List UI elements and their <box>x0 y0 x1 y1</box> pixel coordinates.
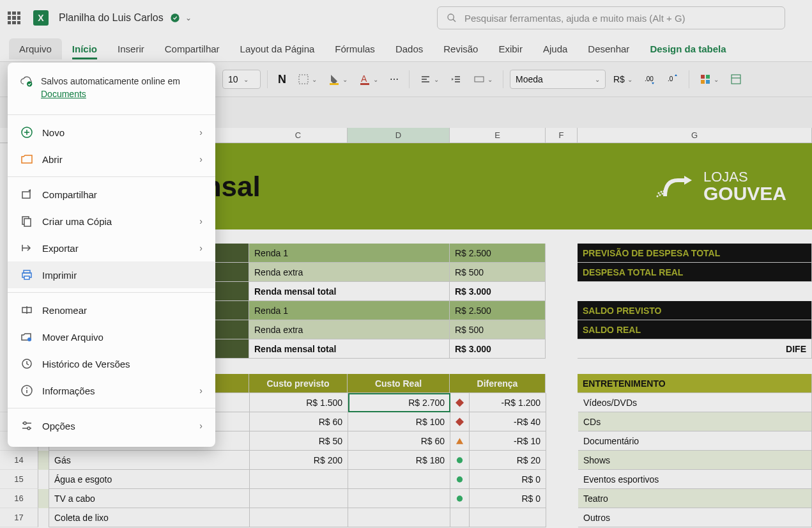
cell[interactable]: R$ 1.500 <box>250 393 348 412</box>
cell[interactable]: R$ 20 <box>470 451 546 470</box>
cell[interactable]: PREVISÃO DE DESPESA TOTAL <box>578 244 812 263</box>
currency-button[interactable]: R$⌄ <box>609 69 636 89</box>
menu-compartilhar[interactable]: Compartilhar <box>8 181 215 208</box>
documents-link[interactable]: Documents <box>41 89 86 99</box>
border-button[interactable]: ⌄ <box>294 69 321 89</box>
cell[interactable]: R$ 0 <box>470 489 546 508</box>
tab-compartilhar[interactable]: Compartilhar <box>155 38 230 59</box>
cell[interactable]: R$ 2.700 <box>348 393 450 412</box>
indicator-cell[interactable] <box>450 508 470 527</box>
cell[interactable] <box>250 508 348 527</box>
cell[interactable]: -R$ 10 <box>470 431 546 451</box>
tab-ajuda[interactable]: Ajuda <box>533 38 578 59</box>
cell[interactable]: R$ 60 <box>250 412 348 431</box>
document-name[interactable]: Planilha do Luis Carlos <box>59 12 164 24</box>
cell[interactable] <box>250 470 348 489</box>
menu-renomear[interactable]: Renomear <box>8 297 215 323</box>
cloud-check-icon <box>20 75 33 88</box>
cell[interactable]: Documentário <box>578 431 812 451</box>
fill-color-button[interactable]: ⌄ <box>325 69 351 89</box>
share-icon <box>20 188 33 201</box>
svg-point-23 <box>659 194 661 196</box>
tab-layout[interactable]: Layout da Página <box>230 38 325 59</box>
cell[interactable]: Coleta de lixo <box>49 508 250 527</box>
decimal-inc-button[interactable]: .0 <box>663 69 682 89</box>
menu-imprimir[interactable]: Imprimir <box>8 261 215 288</box>
cell[interactable]: R$ 100 <box>348 412 450 431</box>
cell[interactable]: Renda 1 <box>249 244 450 263</box>
indicator-cell[interactable] <box>450 470 470 489</box>
cond-format-button[interactable]: ⌄ <box>696 69 723 89</box>
format-table-button[interactable] <box>726 69 746 89</box>
tab-design[interactable]: Design da tabela <box>640 38 736 59</box>
cell[interactable]: -R$ 1.200 <box>470 393 546 412</box>
row-number[interactable]: 14 <box>0 451 38 470</box>
menu-novo[interactable]: Novo› <box>8 119 215 146</box>
svg-rect-16 <box>701 75 705 79</box>
col-c[interactable]: C <box>249 128 348 143</box>
indicator-cell[interactable] <box>450 451 470 470</box>
svg-rect-6 <box>360 83 369 85</box>
cell[interactable] <box>348 489 450 508</box>
font-color-button[interactable]: A⌄ <box>355 69 382 89</box>
search-input[interactable]: Pesquisar ferramentas, ajuda e muito mai… <box>437 6 785 29</box>
decimal-dec-button[interactable]: .00 <box>640 69 659 89</box>
menu-copia[interactable]: Criar uma Cópia› <box>8 208 215 235</box>
indicator-cell[interactable] <box>450 393 470 412</box>
svg-point-33 <box>457 495 463 501</box>
cell[interactable]: R$ 0 <box>470 470 546 489</box>
merge-button[interactable]: ⌄ <box>470 69 496 89</box>
indicator-cell[interactable] <box>450 431 470 451</box>
align-button[interactable]: ⌄ <box>416 69 443 89</box>
cell[interactable]: TV a cabo <box>49 489 250 508</box>
col-f[interactable]: F <box>546 128 578 143</box>
cell[interactable]: CDs <box>578 412 812 431</box>
fontsize-select[interactable]: 10⌄ <box>222 70 261 89</box>
cell[interactable]: Outros <box>578 508 812 527</box>
row-number[interactable]: 15 <box>0 470 38 489</box>
menu-exportar[interactable]: Exportar› <box>8 235 215 261</box>
bold-button[interactable]: N <box>274 69 290 89</box>
menu-info[interactable]: Informações› <box>8 377 215 404</box>
cell[interactable]: Água e esgoto <box>49 470 250 489</box>
col-e[interactable]: E <box>450 128 546 143</box>
col-d[interactable]: D <box>348 128 450 143</box>
app-launcher-icon[interactable] <box>8 12 20 24</box>
menu-mover[interactable]: Mover Arquivo <box>8 323 215 350</box>
cell[interactable]: Gás <box>49 451 250 470</box>
cell[interactable]: Eventos esportivos <box>578 470 812 489</box>
cell[interactable]: R$ 2.500 <box>450 244 546 263</box>
row-number[interactable]: 16 <box>0 489 38 508</box>
cell[interactable]: Teatro <box>578 489 812 508</box>
tab-revisao[interactable]: Revisão <box>433 38 488 59</box>
cell[interactable]: R$ 50 <box>250 431 348 451</box>
tab-exibir[interactable]: Exibir <box>488 38 533 59</box>
tab-arquivo[interactable]: Arquivo <box>9 38 62 59</box>
menu-opcoes[interactable]: Opções› <box>8 412 215 439</box>
cell[interactable] <box>470 508 546 527</box>
cell[interactable]: R$ 200 <box>250 451 348 470</box>
tab-dados[interactable]: Dados <box>385 38 433 59</box>
cell[interactable]: R$ 60 <box>348 431 450 451</box>
title-dropdown-icon[interactable]: ⌄ <box>185 13 192 22</box>
tab-formulas[interactable]: Fórmulas <box>325 38 385 59</box>
cell[interactable] <box>348 470 450 489</box>
tab-inserir[interactable]: Inserir <box>107 38 155 59</box>
row-number[interactable]: 17 <box>0 508 38 527</box>
indicator-cell[interactable] <box>450 412 470 431</box>
cell[interactable]: Vídeos/DVDs <box>578 393 812 412</box>
more-font-button[interactable]: ⋯ <box>386 69 402 89</box>
cell[interactable] <box>250 489 348 508</box>
col-g[interactable]: G <box>578 128 812 143</box>
cell[interactable]: Shows <box>578 451 812 470</box>
cell[interactable]: R$ 180 <box>348 451 450 470</box>
tab-inicio[interactable]: Início <box>62 38 107 59</box>
indent-button[interactable] <box>447 69 466 89</box>
cell[interactable]: -R$ 40 <box>470 412 546 431</box>
number-format-select[interactable]: Moeda⌄ <box>510 70 606 89</box>
cell[interactable] <box>348 508 450 527</box>
menu-abrir[interactable]: Abrir› <box>8 146 215 173</box>
indicator-cell[interactable] <box>450 489 470 508</box>
menu-historico[interactable]: Histórico de Versões <box>8 350 215 377</box>
tab-desenhar[interactable]: Desenhar <box>578 38 640 59</box>
